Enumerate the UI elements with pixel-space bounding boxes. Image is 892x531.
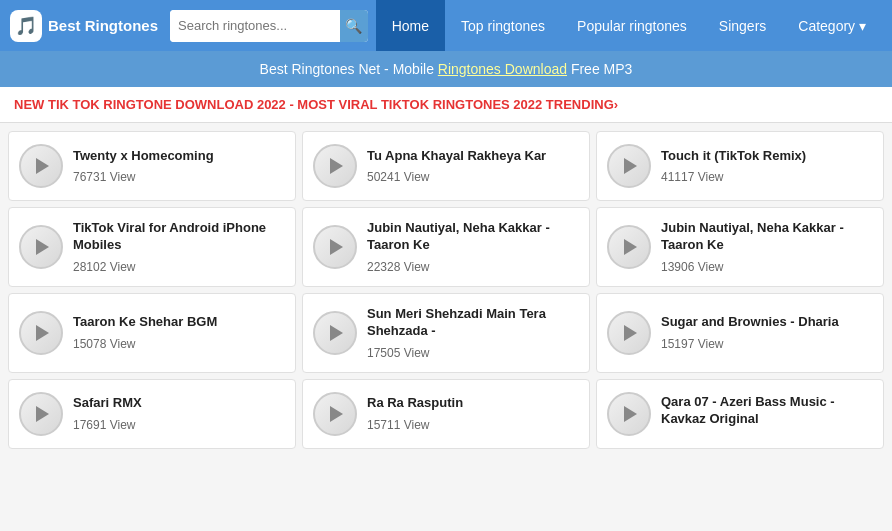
card-title: TikTok Viral for Android iPhone Mobiles bbox=[73, 220, 285, 254]
play-button[interactable] bbox=[19, 392, 63, 436]
card-views: 50241 View bbox=[367, 170, 579, 184]
card-views: 17691 View bbox=[73, 418, 285, 432]
play-button[interactable] bbox=[313, 392, 357, 436]
card-title: Touch it (TikTok Remix) bbox=[661, 148, 873, 165]
cards-grid: Twenty x Homecoming 76731 View Tu Apna K… bbox=[0, 123, 892, 457]
card-item[interactable]: Touch it (TikTok Remix) 41117 View bbox=[596, 131, 884, 201]
card-title: Qara 07 - Azeri Bass Music - Kavkaz Orig… bbox=[661, 394, 873, 428]
card-views: 17505 View bbox=[367, 346, 579, 360]
card-info: Sugar and Brownies - Dharia 15197 View bbox=[661, 314, 873, 351]
card-title: Taaron Ke Shehar BGM bbox=[73, 314, 285, 331]
card-views: 15711 View bbox=[367, 418, 579, 432]
card-title: Jubin Nautiyal, Neha Kakkar - Taaron Ke bbox=[367, 220, 579, 254]
card-item[interactable]: Sun Meri Shehzadi Main Tera Shehzada - 1… bbox=[302, 293, 590, 373]
card-item[interactable]: TikTok Viral for Android iPhone Mobiles … bbox=[8, 207, 296, 287]
trending-bar[interactable]: NEW TIK TOK RINGTONE DOWNLOAD 2022 - MOS… bbox=[0, 87, 892, 123]
card-item[interactable]: Qara 07 - Azeri Bass Music - Kavkaz Orig… bbox=[596, 379, 884, 449]
nav-singers[interactable]: Singers bbox=[703, 0, 782, 51]
card-item[interactable]: Jubin Nautiyal, Neha Kakkar - Taaron Ke … bbox=[302, 207, 590, 287]
play-button[interactable] bbox=[607, 311, 651, 355]
card-info: Qara 07 - Azeri Bass Music - Kavkaz Orig… bbox=[661, 394, 873, 434]
card-info: Touch it (TikTok Remix) 41117 View bbox=[661, 148, 873, 185]
play-button[interactable] bbox=[19, 225, 63, 269]
card-title: Tu Apna Khayal Rakheya Kar bbox=[367, 148, 579, 165]
nav-top-ringtones[interactable]: Top ringtones bbox=[445, 0, 561, 51]
play-button[interactable] bbox=[313, 225, 357, 269]
banner: Best Ringtones Net - Mobile Ringtones Do… bbox=[0, 51, 892, 87]
card-views: 41117 View bbox=[661, 170, 873, 184]
logo-area: 🎵 Best Ringtones bbox=[10, 10, 158, 42]
banner-text-after: Free MP3 bbox=[567, 61, 632, 77]
card-info: Safari RMX 17691 View bbox=[73, 395, 285, 432]
banner-link[interactable]: Ringtones Download bbox=[438, 61, 567, 77]
card-item[interactable]: Taaron Ke Shehar BGM 15078 View bbox=[8, 293, 296, 373]
play-button[interactable] bbox=[607, 392, 651, 436]
card-info: Tu Apna Khayal Rakheya Kar 50241 View bbox=[367, 148, 579, 185]
card-info: Ra Ra Rasputin 15711 View bbox=[367, 395, 579, 432]
logo-icon: 🎵 bbox=[10, 10, 42, 42]
card-views: 28102 View bbox=[73, 260, 285, 274]
card-title: Sun Meri Shehzadi Main Tera Shehzada - bbox=[367, 306, 579, 340]
card-item[interactable]: Sugar and Brownies - Dharia 15197 View bbox=[596, 293, 884, 373]
card-views: 76731 View bbox=[73, 170, 285, 184]
play-button[interactable] bbox=[313, 311, 357, 355]
card-info: Taaron Ke Shehar BGM 15078 View bbox=[73, 314, 285, 351]
card-info: TikTok Viral for Android iPhone Mobiles … bbox=[73, 220, 285, 274]
card-item[interactable]: Safari RMX 17691 View bbox=[8, 379, 296, 449]
play-button[interactable] bbox=[313, 144, 357, 188]
card-item[interactable]: Jubin Nautiyal, Neha Kakkar - Taaron Ke … bbox=[596, 207, 884, 287]
card-title: Sugar and Brownies - Dharia bbox=[661, 314, 873, 331]
card-item[interactable]: Twenty x Homecoming 76731 View bbox=[8, 131, 296, 201]
card-info: Jubin Nautiyal, Neha Kakkar - Taaron Ke … bbox=[367, 220, 579, 274]
nav-home[interactable]: Home bbox=[376, 0, 445, 51]
card-info: Sun Meri Shehzadi Main Tera Shehzada - 1… bbox=[367, 306, 579, 360]
card-title: Ra Ra Rasputin bbox=[367, 395, 579, 412]
header: 🎵 Best Ringtones 🔍 Home Top ringtones Po… bbox=[0, 0, 892, 51]
trending-text: NEW TIK TOK RINGTONE DOWNLOAD 2022 - MOS… bbox=[14, 97, 618, 112]
card-item[interactable]: Tu Apna Khayal Rakheya Kar 50241 View bbox=[302, 131, 590, 201]
logo-text: Best Ringtones bbox=[48, 17, 158, 34]
nav-popular-ringtones[interactable]: Popular ringtones bbox=[561, 0, 703, 51]
nav-category[interactable]: Category ▾ bbox=[782, 0, 882, 51]
card-views: 13906 View bbox=[661, 260, 873, 274]
play-button[interactable] bbox=[19, 144, 63, 188]
card-views: 22328 View bbox=[367, 260, 579, 274]
card-title: Twenty x Homecoming bbox=[73, 148, 285, 165]
play-button[interactable] bbox=[607, 225, 651, 269]
search-bar[interactable]: 🔍 bbox=[170, 10, 368, 42]
play-button[interactable] bbox=[607, 144, 651, 188]
card-info: Twenty x Homecoming 76731 View bbox=[73, 148, 285, 185]
play-button[interactable] bbox=[19, 311, 63, 355]
card-info: Jubin Nautiyal, Neha Kakkar - Taaron Ke … bbox=[661, 220, 873, 274]
card-views: 15197 View bbox=[661, 337, 873, 351]
card-title: Jubin Nautiyal, Neha Kakkar - Taaron Ke bbox=[661, 220, 873, 254]
card-views: 15078 View bbox=[73, 337, 285, 351]
card-title: Safari RMX bbox=[73, 395, 285, 412]
search-button[interactable]: 🔍 bbox=[340, 10, 368, 42]
search-input[interactable] bbox=[170, 10, 340, 42]
banner-text-before: Best Ringtones Net - Mobile bbox=[260, 61, 438, 77]
card-item[interactable]: Ra Ra Rasputin 15711 View bbox=[302, 379, 590, 449]
nav: Home Top ringtones Popular ringtones Sin… bbox=[376, 0, 882, 51]
